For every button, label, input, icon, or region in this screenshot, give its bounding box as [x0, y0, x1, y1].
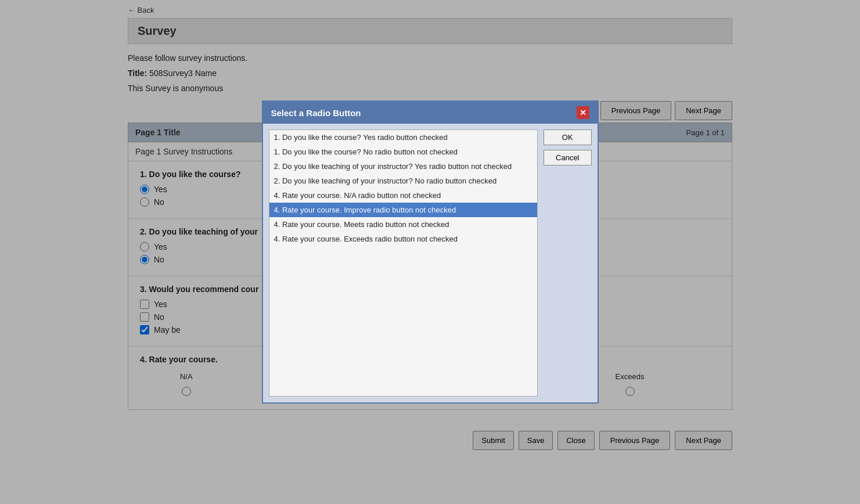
modal-list-item[interactable]: 4. Rate your course. N/A radio button no…	[269, 188, 538, 203]
modal-close-button[interactable]: ✕	[577, 106, 589, 119]
modal-cancel-button[interactable]: Cancel	[544, 150, 591, 165]
modal-list-item[interactable]: 1. Do you like the course? No radio butt…	[269, 145, 538, 159]
modal-ok-button[interactable]: OK	[544, 129, 591, 145]
modal-list-item[interactable]: 1. Do you like the course? Yes radio but…	[269, 130, 538, 145]
modal-dialog: Select a Radio Button ✕ 1. Do you like t…	[262, 100, 599, 404]
modal-list-item[interactable]: 4. Rate your course. Improve radio butto…	[269, 203, 538, 217]
modal-title: Select a Radio Button	[271, 108, 361, 118]
modal-title-bar: Select a Radio Button ✕	[263, 102, 598, 124]
modal-list-item[interactable]: 4. Rate your course. Exceeds radio butto…	[269, 232, 538, 246]
modal-body: 1. Do you like the course? Yes radio but…	[263, 124, 598, 402]
modal-list-item[interactable]: 2. Do you like teaching of your instruct…	[269, 174, 538, 188]
modal-overlay: Select a Radio Button ✕ 1. Do you like t…	[0, 0, 860, 462]
modal-buttons-panel: OK Cancel	[538, 129, 591, 397]
modal-list[interactable]: 1. Do you like the course? Yes radio but…	[269, 129, 538, 397]
modal-list-item[interactable]: 2. Do you like teaching of your instruct…	[269, 159, 538, 174]
modal-list-item[interactable]: 4. Rate your course. Meets radio button …	[269, 217, 538, 232]
